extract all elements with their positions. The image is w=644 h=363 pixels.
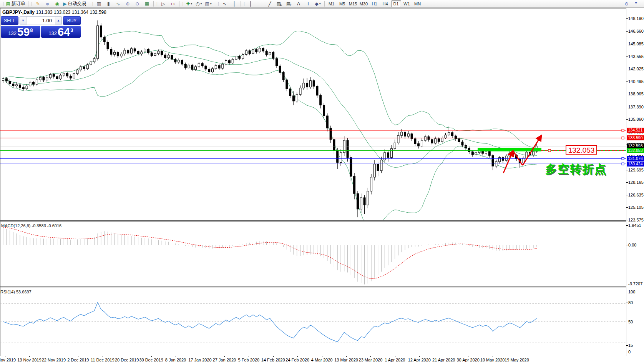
candle-body (46, 78, 48, 80)
horizontal-line-icon: ─ (259, 2, 262, 6)
date-tick (151, 356, 152, 357)
trendline-button[interactable]: ╱ (265, 0, 275, 8)
candle-body (117, 52, 119, 56)
axis-tick (626, 57, 628, 57)
date-tick-label: 13 Nov 2019 (17, 358, 41, 362)
chat-button[interactable]: ❞ (631, 0, 641, 8)
horizontal-line-button[interactable]: ─ (256, 0, 265, 8)
signal-button[interactable]: ◉ (52, 0, 62, 8)
candle-body (326, 116, 328, 128)
templates-button[interactable]: ▧▾ (204, 0, 213, 8)
zoom-out-icon: ⊖ (135, 2, 139, 6)
sell-price-sup: 8 (30, 27, 33, 33)
profile-button[interactable]: ☻ (43, 0, 52, 8)
text-button[interactable]: A (294, 0, 304, 8)
date-tick (444, 356, 444, 357)
candle-body (269, 52, 271, 55)
date-tick-label: 30 Dec 2019 (139, 358, 163, 362)
cursor-button[interactable]: ↖ (220, 0, 229, 8)
line-chart-button[interactable]: ∿ (113, 0, 123, 8)
toolbar-separator (179, 1, 179, 7)
candlestick-chart-button[interactable]: ▮ (104, 0, 113, 8)
timeframe-m15-button[interactable]: M15 (348, 0, 358, 7)
candle-body (384, 153, 386, 160)
zoom-out-button[interactable]: ⊖ (133, 0, 142, 8)
axis-tick (626, 322, 628, 322)
buy-price-prefix: 132 (48, 30, 57, 36)
autotrading-button[interactable]: ▶自动交易 (62, 0, 87, 8)
timeframe-m1-button[interactable]: M1 (327, 0, 337, 7)
toolbar-separator (89, 1, 89, 7)
shapes-button[interactable]: ◆▾ (313, 0, 323, 8)
candle-body (154, 53, 156, 55)
candle-body (103, 37, 105, 42)
hline-handle[interactable] (622, 163, 624, 165)
macd-divider-top[interactable] (0, 220, 644, 221)
date-tick (224, 356, 225, 357)
price-tag: 134.521 (627, 128, 644, 133)
bar-chart-button[interactable]: ▥ (94, 0, 104, 8)
main-toolbar: ┊▤新订单┊✎☻◉▶自动交易┊▥▮∿⊕⊖▦┊▷↦┊✚▾◷▾▧▾┊↖┼┊│─╱▨E… (0, 0, 644, 8)
add-indicator-button[interactable]: ✚▾ (184, 0, 194, 8)
rsi-indicator-pane[interactable] (0, 288, 626, 356)
volume-input[interactable]: 1.00 (27, 17, 55, 25)
timeframe-h4-button[interactable]: H4 (380, 0, 390, 7)
candle-body (147, 49, 149, 53)
volume-increase-button[interactable]: ▲ (55, 17, 61, 25)
rsi-line (3, 302, 537, 342)
crosshair-button[interactable]: ┼ (229, 0, 239, 8)
macd-indicator-pane[interactable] (0, 222, 626, 286)
buy-button[interactable]: BUY (63, 16, 81, 25)
date-tick-label: 4 Mar 2020 (311, 358, 333, 362)
sell-button[interactable]: SELL (1, 16, 18, 25)
timeframe-w1-button[interactable]: W1 (402, 0, 412, 7)
timeframe-d1-button[interactable]: D1 (391, 0, 401, 7)
hline-handle[interactable] (622, 157, 624, 160)
candle-body (533, 152, 534, 155)
hline-handle[interactable] (622, 137, 624, 139)
volume-decrease-button[interactable]: ▼ (20, 17, 27, 25)
signal-icon: ◉ (55, 2, 59, 6)
periods-button[interactable]: ◷▾ (194, 0, 204, 8)
date-tick-label: 1 Apr 2020 (385, 358, 405, 362)
candle-body (458, 139, 460, 142)
axis-tick (626, 44, 628, 44)
macd-values: -0.3583 -0.6016 (32, 223, 61, 228)
chart-shift-button[interactable]: ↦ (168, 0, 178, 8)
rsi-divider-top[interactable] (0, 286, 644, 287)
sell-price-display[interactable]: 132 59 8 (1, 26, 40, 38)
sell-price-prefix: 132 (8, 30, 17, 36)
candle-body (164, 55, 166, 58)
auto-scroll-button[interactable]: ▷ (158, 0, 168, 8)
main-chart-pane[interactable] (0, 8, 626, 220)
candle-body (12, 84, 14, 86)
vertical-line-button[interactable]: │ (246, 0, 256, 8)
candle-body (63, 73, 65, 75)
add-indicator-icon: ✚ (186, 2, 190, 6)
price-tag: 130.424 (627, 162, 644, 167)
highlighter-button[interactable]: ✎ (33, 0, 43, 8)
tile-windows-button[interactable]: ▦ (142, 0, 152, 8)
candle-body (461, 142, 463, 145)
candle-body (158, 51, 159, 53)
buy-price-display[interactable]: 132 64 3 (41, 26, 81, 38)
equidistant-channel-button[interactable]: ▨E (275, 0, 284, 8)
timeframe-mn-button[interactable]: MN (413, 0, 423, 7)
timeframe-m30-button[interactable]: M30 (359, 0, 369, 7)
candle-body (340, 153, 342, 163)
timeframe-m5-button[interactable]: M5 (337, 0, 347, 7)
hline-handle[interactable] (622, 129, 624, 132)
price-tick-label: 140.495 (628, 79, 644, 84)
axis-tick (626, 284, 628, 284)
one-click-trade-panel: SELL ▼ 1.00 ▲ BUY 132 59 8 132 64 3 (1, 16, 81, 38)
toolbar-grip: ┊ (217, 2, 219, 6)
text-label-button[interactable]: T (304, 0, 313, 8)
fibonacci-button[interactable]: ▤F (284, 0, 294, 8)
timeframe-h1-button[interactable]: H1 (370, 0, 380, 7)
candle-body (377, 164, 379, 171)
date-tick-label: 21 Apr 2020 (432, 358, 455, 362)
zoom-in-button[interactable]: ⊕ (123, 0, 133, 8)
search-button[interactable]: ⊙ (622, 0, 631, 8)
new-order-button[interactable]: ▤新订单 (5, 0, 26, 8)
date-tick-label: 19 May 2020 (505, 358, 529, 362)
